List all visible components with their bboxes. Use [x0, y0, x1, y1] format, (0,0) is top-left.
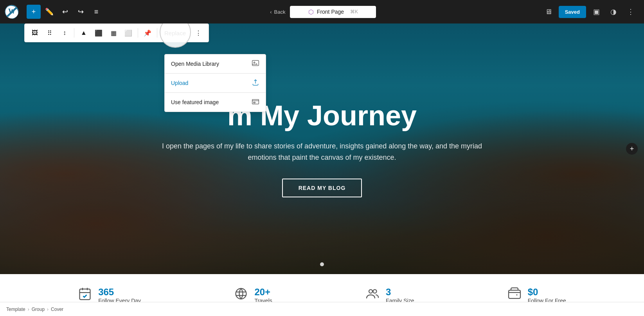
toolbar-divider-3: [157, 28, 157, 38]
shortcut-hint: ⌘K: [350, 9, 358, 14]
stat-2-number: 20+: [254, 287, 272, 298]
open-media-library-label: Open Media Library: [171, 61, 219, 67]
upload-item[interactable]: Upload: [165, 74, 266, 92]
replace-dropdown-menu: Open Media Library Upload Use featured i…: [164, 54, 266, 112]
svg-rect-4: [252, 99, 259, 104]
cover-section: m My Journey I open the pages of my life…: [0, 23, 644, 274]
stat-3-text: 3 Family Size: [386, 287, 414, 304]
more-block-options-button[interactable]: ⋮: [191, 26, 205, 40]
tools-button[interactable]: ✏️: [42, 5, 56, 19]
svg-point-7: [236, 288, 246, 299]
calendar-icon: [78, 287, 92, 304]
svg-rect-10: [509, 290, 520, 298]
svg-rect-6: [80, 289, 90, 300]
chevron-left-icon: ‹: [270, 9, 272, 15]
people-icon: [365, 287, 380, 304]
open-media-library-item[interactable]: Open Media Library: [165, 54, 266, 73]
breadcrumb-template[interactable]: Template: [6, 307, 25, 312]
replace-button[interactable]: Replace: [160, 27, 191, 39]
svg-rect-2: [252, 60, 259, 65]
drag-handle-button[interactable]: ⠿: [43, 26, 57, 40]
toolbar-right: 🖥 Saved ▣ ◑ ⋮: [535, 5, 644, 19]
stat-2-text: 20+ Travels: [254, 287, 272, 304]
block-type-button[interactable]: 🖼: [28, 26, 42, 40]
cover-subtitle: I open the pages of my life to share sto…: [154, 141, 490, 163]
breadcrumb-group[interactable]: Group: [32, 307, 45, 312]
move-up-down-button[interactable]: ↕: [58, 26, 72, 40]
page-title: Front Page: [317, 9, 344, 15]
device-preview-button[interactable]: 🖥: [541, 5, 556, 19]
wallet-icon: [507, 287, 522, 304]
fullscreen-button[interactable]: ⬜: [121, 26, 135, 40]
toolbar-divider-1: [74, 28, 74, 38]
stat-item-4: $0 Follow For Free: [507, 287, 566, 304]
stat-item-1: 365 Follow Every Day: [78, 287, 141, 304]
block-toolbar: 🖼 ⠿ ↕ ▲ ⬛ ▦ ⬜ 📌 Replace ⋮: [24, 23, 209, 42]
sidebar-toggle-button[interactable]: ▣: [589, 5, 603, 19]
breadcrumb-bar: Template › Group › Cover: [0, 302, 644, 316]
stat-3-number: 3: [386, 287, 414, 298]
use-featured-image-label: Use featured image: [171, 99, 219, 105]
breadcrumb-sep-1: ›: [28, 307, 29, 312]
stat-1-number: 365: [98, 287, 141, 298]
stat-4-number: $0: [528, 287, 566, 298]
stat-item-2: 20+ Travels: [234, 287, 272, 304]
align-text-button[interactable]: ▲: [77, 26, 91, 40]
media-library-icon: [252, 59, 259, 69]
replace-wrapper: Replace: [160, 27, 191, 39]
add-block-right: +: [626, 143, 638, 155]
toolbar-left: + ✏️ ↩ ↪ ≡: [23, 5, 106, 19]
cta-button[interactable]: READ MY BLOG: [282, 179, 362, 197]
top-bar: W + ✏️ ↩ ↪ ≡ ‹ Back ⬡ Front Page ⌘K 🖥 Sa…: [0, 0, 644, 23]
stat-item-3: 3 Family Size: [365, 287, 414, 304]
cover-content: m My Journey I open the pages of my life…: [0, 23, 644, 274]
toolbar-divider-2: [138, 28, 138, 38]
redo-button[interactable]: ↪: [74, 5, 88, 19]
saved-button[interactable]: Saved: [559, 6, 586, 18]
appearance-button[interactable]: ◑: [606, 5, 621, 19]
breadcrumb-sep-2: ›: [47, 307, 49, 312]
add-block-button[interactable]: +: [27, 5, 41, 19]
main-content: m My Journey I open the pages of my life…: [0, 23, 644, 316]
add-block-right-button[interactable]: +: [626, 143, 638, 155]
back-label: Back: [274, 9, 286, 15]
svg-point-8: [369, 289, 372, 293]
stat-4-text: $0 Follow For Free: [528, 287, 566, 304]
upload-label: Upload: [171, 80, 188, 86]
pin-button[interactable]: 📌: [140, 26, 155, 40]
undo-button[interactable]: ↩: [58, 5, 72, 19]
breadcrumb-cover[interactable]: Cover: [51, 307, 63, 312]
page-icon: ⬡: [308, 8, 314, 16]
svg-text:W: W: [8, 7, 16, 15]
more-options-button[interactable]: ⋮: [624, 5, 638, 19]
upload-icon: [252, 78, 259, 88]
svg-point-9: [373, 289, 377, 293]
toolbar-center: ‹ Back ⬡ Front Page ⌘K: [106, 6, 535, 18]
wp-logo: W: [0, 0, 23, 23]
back-button[interactable]: ‹ Back: [265, 7, 290, 17]
stat-1-text: 365 Follow Every Day: [98, 287, 141, 304]
svg-rect-5: [254, 102, 255, 103]
use-featured-image-item[interactable]: Use featured image: [165, 93, 266, 112]
svg-point-3: [254, 62, 255, 63]
list-view-button[interactable]: ≡: [89, 5, 103, 19]
page-info: ⬡ Front Page ⌘K: [290, 6, 376, 18]
align-full-button[interactable]: ⬛: [92, 26, 106, 40]
align-columns-button[interactable]: ▦: [106, 26, 121, 40]
globe-icon: [234, 287, 248, 304]
featured-image-icon: [252, 98, 259, 107]
